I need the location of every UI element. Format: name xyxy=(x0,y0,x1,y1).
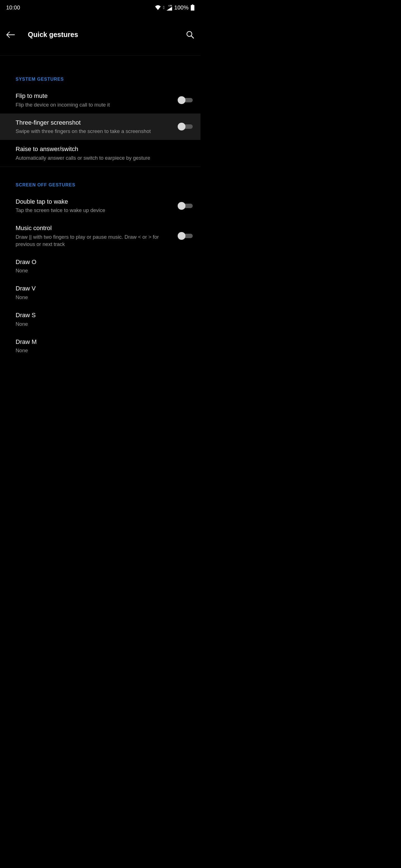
row-title: Draw S xyxy=(16,311,187,319)
battery-icon xyxy=(191,4,194,10)
row-draw-v[interactable]: Draw V None xyxy=(0,279,200,306)
row-title: Double tap to wake xyxy=(16,197,172,206)
search-button[interactable] xyxy=(180,31,194,39)
row-draw-m[interactable]: Draw M None xyxy=(0,333,200,360)
arrow-left-icon xyxy=(6,31,15,38)
battery-percent: 100% xyxy=(174,4,189,11)
section-system-gestures: SYSTEM GESTURES xyxy=(0,72,200,87)
row-title: Draw V xyxy=(16,284,187,293)
row-title: Three-finger screenshot xyxy=(16,119,172,127)
data-arrows-icon xyxy=(163,6,165,9)
toggle-music-control[interactable] xyxy=(178,232,193,240)
wifi-icon xyxy=(155,5,161,10)
row-subtitle: None xyxy=(16,320,187,328)
row-draw-s[interactable]: Draw S None xyxy=(0,306,200,333)
row-subtitle: Automatically answer calls or switch to … xyxy=(16,154,187,162)
row-title: Draw O xyxy=(16,258,187,266)
row-double-tap-to-wake[interactable]: Double tap to wake Tap the screen twice … xyxy=(0,192,200,219)
section-screen-off-gestures: SCREEN OFF GESTURES xyxy=(0,178,200,192)
status-right: LTE 100% xyxy=(155,4,194,11)
row-raise-to-answer[interactable]: Raise to answer/switch Automatically ans… xyxy=(0,140,200,167)
app-bar: Quick gestures xyxy=(0,14,200,56)
row-subtitle: None xyxy=(16,267,187,274)
back-button[interactable] xyxy=(6,31,20,38)
row-subtitle: None xyxy=(16,347,187,354)
content: SYSTEM GESTURES Flip to mute Flip the de… xyxy=(0,56,200,359)
row-title: Raise to answer/switch xyxy=(16,145,187,153)
row-title: Draw M xyxy=(16,338,187,346)
signal-icon xyxy=(167,7,172,10)
row-subtitle: Tap the screen twice to wake up device xyxy=(16,207,172,214)
row-flip-to-mute[interactable]: Flip to mute Flip the device on incoming… xyxy=(0,87,200,114)
row-subtitle: Flip the device on incoming call to mute… xyxy=(16,101,172,108)
svg-rect-0 xyxy=(191,5,194,10)
toggle-flip-to-mute[interactable] xyxy=(178,96,193,104)
row-three-finger-screenshot[interactable]: Three-finger screenshot Swipe with three… xyxy=(0,114,200,140)
row-subtitle: Swipe with three fingers on the screen t… xyxy=(16,128,172,135)
row-subtitle: None xyxy=(16,294,187,301)
row-music-control[interactable]: Music control Draw || with two fingers t… xyxy=(0,219,200,253)
search-icon xyxy=(186,31,194,39)
lte-label: LTE xyxy=(169,5,172,7)
status-time: 10:00 xyxy=(6,4,20,11)
page-title: Quick gestures xyxy=(28,31,180,39)
row-title: Flip to mute xyxy=(16,92,172,100)
row-draw-o[interactable]: Draw O None xyxy=(0,253,200,280)
row-subtitle: Draw || with two fingers to play or paus… xyxy=(16,234,172,248)
row-title: Music control xyxy=(16,224,172,232)
toggle-double-tap-to-wake[interactable] xyxy=(178,202,193,210)
lte-signal-group: LTE xyxy=(167,5,172,10)
status-bar: 10:00 LTE 100% xyxy=(0,0,200,14)
toggle-three-finger-screenshot[interactable] xyxy=(178,123,193,130)
svg-rect-1 xyxy=(192,4,193,5)
